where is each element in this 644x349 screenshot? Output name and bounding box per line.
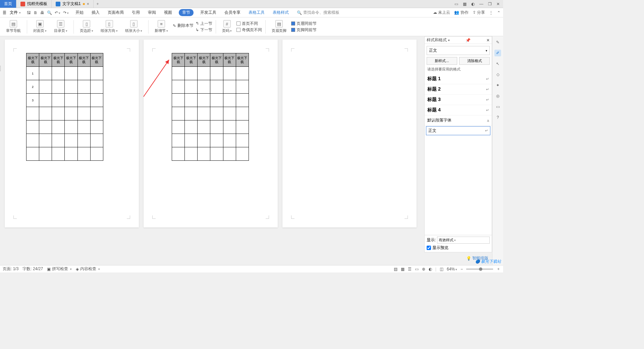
tab-member[interactable]: 会员专享 bbox=[223, 9, 242, 16]
odd-even-diff[interactable]: 奇偶页不同 bbox=[236, 27, 262, 33]
styles-pane: 样式和格式▾ 📌 ✕ 正文▾ 新样式... 清除格式 请选择要应用的格式 标题 … bbox=[424, 36, 492, 252]
table-1[interactable]: 极光下载极光下载极光下载极光下载极光下载极光下载 1 2 3 bbox=[26, 53, 103, 161]
orientation[interactable]: ▯纸张方向 bbox=[98, 20, 120, 33]
current-style[interactable]: 正文▾ bbox=[427, 46, 490, 55]
word-count[interactable]: 字数: 24/27 bbox=[22, 266, 43, 272]
style-body[interactable]: 正文↵ bbox=[426, 126, 490, 135]
new-tab-button[interactable]: ＋ bbox=[94, 0, 102, 8]
rail-assist-icon[interactable]: ✎ bbox=[494, 39, 501, 46]
tab-table-style[interactable]: 表格样式 bbox=[271, 9, 290, 16]
skin-icon[interactable]: ◐ bbox=[471, 2, 475, 6]
prev-section[interactable]: ↰ 上一节 bbox=[196, 21, 212, 27]
rail-book-icon[interactable]: ▭ bbox=[494, 103, 501, 110]
header-same-prev[interactable]: 页眉同前节 bbox=[291, 21, 317, 27]
style-heading4[interactable]: 标题 4↵ bbox=[425, 105, 492, 115]
cover-page[interactable]: ▣封面页 bbox=[31, 20, 49, 33]
margins[interactable]: ▯页边距 bbox=[77, 20, 96, 33]
table-2[interactable]: 极光下载极光下载极光下载极光下载极光下载极光下载 bbox=[172, 53, 249, 161]
rail-styles-icon[interactable]: ✐ bbox=[494, 50, 501, 56]
show-preview-checkbox[interactable] bbox=[427, 246, 431, 250]
close-window-icon[interactable]: ✕ bbox=[496, 2, 500, 6]
tab-start[interactable]: 开始 bbox=[74, 9, 85, 16]
pane-hint: 请选择要应用的格式 bbox=[425, 67, 492, 74]
footer-same-prev[interactable]: 页脚同前节 bbox=[291, 27, 317, 33]
page-indicator[interactable]: 页面: 1/3 bbox=[3, 266, 18, 272]
hamburger-icon[interactable]: ☰ bbox=[3, 10, 6, 15]
view-print-icon[interactable]: ▤ bbox=[394, 267, 397, 271]
close-pane-icon[interactable]: ✕ bbox=[486, 38, 490, 43]
tab-insert[interactable]: 插入 bbox=[90, 9, 101, 16]
rail-clip-icon[interactable]: ✦ bbox=[494, 82, 501, 89]
page-3[interactable] bbox=[282, 40, 417, 228]
style-heading3[interactable]: 标题 3↵ bbox=[425, 95, 492, 105]
zoom-in-icon[interactable]: ＋ bbox=[496, 266, 500, 272]
tab-devtools[interactable]: 开发工具 bbox=[199, 9, 218, 16]
tab-view[interactable]: 视图 bbox=[163, 9, 173, 16]
undo-button[interactable]: ↶ bbox=[55, 10, 60, 15]
clear-format-button[interactable]: 清除格式 bbox=[459, 57, 490, 65]
minimize-icon[interactable]: — bbox=[479, 2, 483, 6]
style-heading1[interactable]: 标题 1↵ bbox=[425, 74, 492, 84]
tab-review[interactable]: 审阅 bbox=[147, 9, 157, 16]
style-heading2[interactable]: 标题 2↵ bbox=[425, 84, 492, 95]
layout-icon[interactable]: ▭ bbox=[454, 2, 458, 6]
section-nav[interactable]: ▤章节导航 bbox=[3, 20, 23, 33]
first-page-diff[interactable]: 首页不同 bbox=[236, 21, 262, 27]
page-number[interactable]: #页码 bbox=[219, 20, 234, 33]
next-section[interactable]: ↳ 下一节 bbox=[196, 27, 212, 33]
rail-help-icon[interactable]: ? bbox=[494, 114, 501, 121]
tab-template[interactable]: 找稻壳模板 bbox=[16, 0, 52, 8]
margin-corner bbox=[127, 215, 130, 219]
margin-corner bbox=[291, 215, 294, 219]
view-web-icon[interactable]: ▦ bbox=[401, 267, 405, 271]
style-default-font[interactable]: 默认段落字体a bbox=[425, 115, 492, 126]
tab-section[interactable]: 章节 bbox=[179, 9, 194, 16]
share-button[interactable]: ⇪ 分享 bbox=[473, 10, 485, 15]
print-preview-icon[interactable]: 🔍 bbox=[47, 10, 52, 15]
header-footer[interactable]: ▤页眉页脚 bbox=[269, 20, 289, 33]
redo-button[interactable]: ↷ bbox=[63, 10, 69, 15]
rail-select-icon[interactable]: ↖ bbox=[494, 60, 501, 67]
print-icon[interactable]: 🖶 bbox=[40, 10, 44, 15]
zoom-value[interactable]: 64% bbox=[447, 267, 457, 271]
cloud-unsaved[interactable]: ☁ 未上云 bbox=[433, 10, 450, 15]
fit-icon[interactable]: ◫ bbox=[440, 267, 443, 271]
grid-icon[interactable]: ▦ bbox=[463, 2, 467, 6]
tab-document[interactable]: 文字文稿1 × bbox=[52, 0, 94, 8]
content-check[interactable]: ◈ 内容检查 bbox=[76, 266, 100, 272]
save-icon[interactable]: 🖫 bbox=[27, 10, 31, 15]
pin-icon[interactable]: 📌 bbox=[466, 38, 471, 43]
view-focus-icon[interactable]: ⊕ bbox=[422, 267, 425, 271]
toc-page[interactable]: ☰目录页 bbox=[51, 20, 70, 33]
collapse-ribbon-icon[interactable]: ⌃ bbox=[497, 10, 500, 15]
coop-button[interactable]: 👥 协作 bbox=[454, 10, 468, 15]
new-style-button[interactable]: 新样式... bbox=[427, 57, 457, 65]
tab-home[interactable]: 首页 bbox=[0, 0, 16, 8]
styles-list[interactable]: 标题 1↵ 标题 2↵ 标题 3↵ 标题 4↵ 默认段落字体a 正文↵ bbox=[425, 74, 492, 235]
page-1[interactable]: 极光下载极光下载极光下载极光下载极光下载极光下载 1 2 3 bbox=[5, 40, 139, 228]
close-tab-icon[interactable]: × bbox=[87, 2, 89, 6]
file-menu[interactable]: 文件 bbox=[10, 10, 21, 15]
rail-limit-icon[interactable]: ◎ bbox=[494, 93, 501, 99]
document-workspace[interactable]: 极光下载极光下载极光下载极光下载极光下载极光下载 1 2 3 极光下载极光下载极… bbox=[0, 36, 424, 265]
spellcheck[interactable]: ▣ 拼写检查 bbox=[47, 266, 72, 272]
rail-shape-icon[interactable]: ◇ bbox=[494, 71, 501, 78]
paper-size[interactable]: ▯纸张大小 bbox=[122, 20, 145, 33]
view-read-icon[interactable]: ▭ bbox=[415, 267, 419, 271]
new-section[interactable]: ≡新增节 bbox=[152, 20, 171, 33]
view-eye-icon[interactable]: ◐ bbox=[429, 267, 432, 271]
command-search[interactable]: 🔍 查找命令、搜索模板 bbox=[297, 10, 339, 15]
show-filter[interactable]: 有效样式 bbox=[437, 237, 490, 244]
tab-pagelayout[interactable]: 页面布局 bbox=[106, 9, 125, 16]
save-as-icon[interactable]: 🗎 bbox=[34, 10, 38, 15]
tab-table-tools[interactable]: 表格工具 bbox=[247, 9, 266, 16]
view-outline-icon[interactable]: ☰ bbox=[408, 267, 412, 271]
delete-section[interactable]: ✎ 删除本节 bbox=[173, 23, 194, 29]
tab-references[interactable]: 引用 bbox=[130, 9, 141, 16]
zoom-slider[interactable] bbox=[466, 268, 493, 270]
restore-icon[interactable]: ❐ bbox=[488, 2, 492, 6]
zoom-out-icon[interactable]: − bbox=[461, 267, 463, 271]
outline-toggle-icon[interactable] bbox=[0, 66, 1, 71]
more-icon[interactable]: ⋮ bbox=[489, 10, 493, 15]
page-2[interactable]: 极光下载极光下载极光下载极光下载极光下载极光下载 bbox=[144, 40, 278, 228]
